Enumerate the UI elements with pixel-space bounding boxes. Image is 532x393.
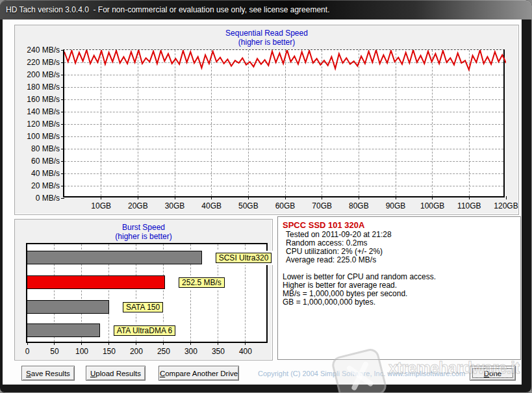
y-tick-label: 140 MB/s [14,107,60,116]
burst-bar [27,251,202,264]
y-tick-label: 80 MB/s [14,144,60,153]
x-tick [245,342,246,345]
burst-bar [27,275,165,289]
x-tick-label: 90GB [376,201,415,210]
x-tick-label: 10GB [82,201,121,210]
average-read: Average read: 225.0 MB/s [283,256,516,264]
save-results-button[interactable]: Save Results [21,366,75,381]
burst-bar [27,300,109,314]
y-tick-label: 120 MB/s [14,120,60,129]
x-tick-label: 100GB [413,201,452,210]
burst-bar-label: ATA UltraDMA 6 [114,325,176,336]
x-tick [190,342,191,345]
x-tick [136,342,136,345]
copyright-text: Copyright (C) 2004 Simpli Software, Inc.… [258,370,465,377]
x-tick-label: 60GB [266,201,305,210]
note-line: GB = 1,000,000,000 bytes. [283,298,516,307]
burst-bar-label: SCSI Ultra320 [216,253,272,263]
x-tick [163,342,164,345]
compare-another-drive-button[interactable]: Compare Another Drive [158,366,239,381]
drive-info-panel: SPCC SSD 101 320A Tested on 2011-09-20 a… [277,216,521,360]
x-tick-label: 70GB [303,201,342,210]
x-tick [218,342,218,345]
x-tick-label: 80GB [339,201,378,210]
y-tick-label: 20 MB/s [14,181,60,190]
seq-chart-subtitle: (higher is better) [15,38,518,47]
burst-chart-subtitle: (higher is better) [15,232,272,241]
y-tick-label: 200 MB/s [14,70,60,79]
sequential-read-plot: 0 MB/s20 MB/s40 MB/s60 MB/s80 MB/s100 MB… [63,49,505,197]
y-tick-label: 220 MB/s [14,58,60,67]
x-tick [54,342,55,345]
y-tick-label: 60 MB/s [14,157,60,166]
x-tick [81,342,82,345]
x-tick-label: 120GB [487,201,526,210]
x-tick-label: 110GB [450,201,488,210]
x-tick-label: 20GB [118,201,157,210]
x-tick-label: 400 [226,347,265,356]
x-tick [108,342,109,345]
y-tick-label: 40 MB/s [14,169,60,178]
drive-name: SPCC SSD 101 320A [283,220,516,230]
window-title: HD Tach version 3.0.4.0 - For non-commer… [6,5,329,14]
burst-bar-label: SATA 150 [123,302,163,312]
burst-chart-title: Burst Speed [15,223,272,232]
x-tick-label: 50GB [229,201,268,210]
y-tick-label: 160 MB/s [14,95,60,104]
sequential-read-panel: Sequential Read Speed (higher is better)… [14,25,519,215]
title-bar[interactable]: HD Tach version 3.0.4.0 - For non-commer… [0,0,532,19]
upload-results-button[interactable]: Upload Results [86,366,146,381]
y-tick-label: 240 MB/s [14,45,60,55]
done-button[interactable]: Done [470,366,516,381]
seq-chart-title: Sequential Read Speed [15,29,518,38]
y-tick-label: 180 MB/s [14,82,60,92]
burst-bar [27,323,100,337]
y-tick-label: 0 MB/s [14,194,60,203]
x-tick [27,342,28,345]
burst-speed-plot: 050100150200250300350400SCSI Ultra320252… [26,243,268,343]
client-area: Sequential Read Speed (higher is better)… [3,19,522,385]
x-tick-label: 40GB [192,201,231,210]
burst-bar-label: 252.5 MB/s [179,277,225,288]
hd-tach-window: HD Tach version 3.0.4.0 - For non-commer… [0,0,532,393]
read-speed-line [64,50,506,198]
x-tick-label: 30GB [155,201,194,210]
y-tick-label: 100 MB/s [14,132,60,141]
burst-speed-panel: Burst Speed (higher is better) 050100150… [14,219,273,361]
